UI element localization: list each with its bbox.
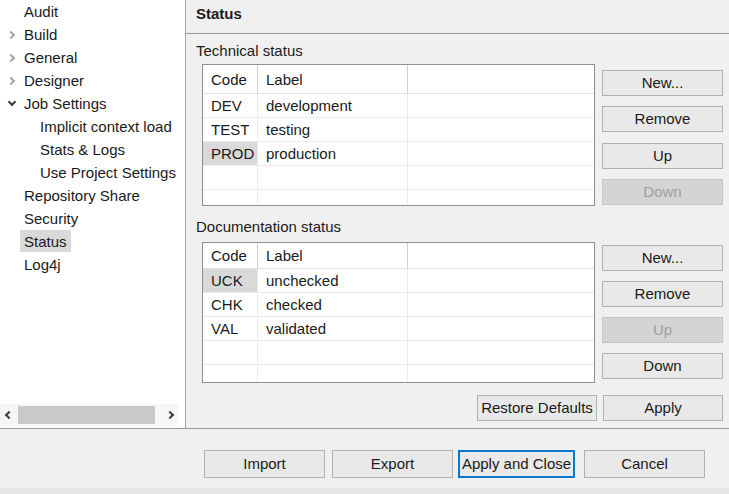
column-header-code: Code — [203, 65, 258, 93]
sidebar-item-status[interactable]: Status — [0, 230, 185, 253]
technical-remove-button[interactable]: Remove — [602, 106, 723, 132]
label-cell[interactable]: checked — [258, 293, 408, 316]
empty-cell — [408, 142, 594, 165]
table-row[interactable]: CHKchecked — [203, 293, 594, 317]
sidebar-item-use-project-settings[interactable]: Use Project Settings — [0, 161, 185, 184]
restore-defaults-button[interactable]: Restore Defaults — [477, 395, 597, 421]
empty-cell — [408, 269, 594, 292]
empty-cell — [408, 118, 594, 141]
technical-up-button[interactable]: Up — [602, 143, 723, 169]
column-header-empty — [408, 65, 594, 93]
sidebar-item-general[interactable]: General — [0, 46, 185, 69]
export-button[interactable]: Export — [332, 450, 453, 478]
sidebar-item-label: Stats & Logs — [36, 138, 129, 160]
label-cell[interactable]: development — [258, 94, 408, 117]
column-header-label: Label — [258, 65, 408, 93]
code-cell[interactable] — [203, 166, 258, 189]
sidebar-item-log4j[interactable]: Log4j — [0, 253, 185, 276]
empty-cell — [408, 317, 594, 340]
sidebar-item-job-settings[interactable]: Job Settings — [0, 92, 185, 115]
documentation-new-button[interactable]: New... — [602, 245, 723, 271]
status-settings-page: Status Technical statusCodeLabelDEVdevel… — [186, 0, 729, 428]
empty-cell — [408, 293, 594, 316]
horizontal-scrollbar[interactable] — [0, 404, 178, 426]
table-row[interactable]: VALvalidated — [203, 317, 594, 341]
sidebar-item-audit[interactable]: Audit — [0, 0, 185, 23]
code-cell[interactable]: UCK — [203, 269, 258, 292]
chevron-right-icon[interactable] — [5, 23, 19, 46]
apply-and-close-button[interactable]: Apply and Close — [458, 450, 575, 478]
page-title: Status — [196, 5, 242, 22]
chevron-right-icon[interactable] — [5, 46, 19, 69]
sidebar-item-label: Job Settings — [20, 92, 111, 114]
documentation-status-label: Documentation status — [196, 218, 341, 236]
technical-status-table: CodeLabelDEVdevelopmentTESTtestingPRODpr… — [202, 64, 595, 206]
table-row[interactable] — [203, 365, 594, 383]
settings-tree: AuditBuildGeneralDesignerJob SettingsImp… — [0, 0, 185, 400]
table-row[interactable]: UCKunchecked — [203, 269, 594, 293]
dialog-button-bar: ImportExportApply and CloseCancel — [0, 428, 729, 494]
code-cell[interactable]: DEV — [203, 94, 258, 117]
settings-tree-panel: AuditBuildGeneralDesignerJob SettingsImp… — [0, 0, 186, 428]
code-cell[interactable]: CHK — [203, 293, 258, 316]
sidebar-item-label: Use Project Settings — [36, 161, 180, 183]
documentation-remove-button[interactable]: Remove — [602, 281, 723, 307]
empty-cell — [408, 190, 594, 206]
technical-down-button: Down — [602, 179, 723, 205]
sidebar-item-repository-share[interactable]: Repository Share — [0, 184, 185, 207]
sidebar-item-label: Security — [20, 207, 82, 229]
empty-cell — [408, 94, 594, 117]
sidebar-item-label: Status — [20, 230, 71, 252]
label-cell[interactable] — [258, 365, 408, 383]
table-row[interactable] — [203, 166, 594, 190]
column-header-label: Label — [258, 243, 408, 268]
table-row[interactable]: TESTtesting — [203, 118, 594, 142]
title-separator — [186, 33, 729, 34]
column-header-empty — [408, 243, 594, 268]
technical-new-button[interactable]: New... — [602, 70, 723, 96]
scrollbar-thumb[interactable] — [18, 406, 155, 424]
import-button[interactable]: Import — [204, 450, 325, 478]
label-cell[interactable]: unchecked — [258, 269, 408, 292]
documentation-up-button: Up — [602, 317, 723, 343]
code-cell[interactable] — [203, 365, 258, 383]
sidebar-item-security[interactable]: Security — [0, 207, 185, 230]
empty-cell — [408, 166, 594, 189]
scroll-right-icon[interactable] — [161, 404, 178, 426]
label-cell[interactable] — [258, 166, 408, 189]
label-cell[interactable]: testing — [258, 118, 408, 141]
sidebar-item-build[interactable]: Build — [0, 23, 185, 46]
chevron-down-icon[interactable] — [5, 92, 19, 115]
sidebar-item-implicit-context-load[interactable]: Implicit context load — [0, 115, 185, 138]
cancel-button[interactable]: Cancel — [584, 450, 705, 478]
label-cell[interactable] — [258, 190, 408, 206]
code-cell[interactable] — [203, 341, 258, 364]
sidebar-item-label: Build — [20, 23, 61, 45]
code-cell[interactable]: VAL — [203, 317, 258, 340]
scroll-left-icon[interactable] — [0, 404, 17, 426]
label-cell[interactable]: production — [258, 142, 408, 165]
code-cell[interactable] — [203, 190, 258, 206]
apply-button[interactable]: Apply — [603, 395, 723, 421]
sidebar-item-designer[interactable]: Designer — [0, 69, 185, 92]
documentation-down-button[interactable]: Down — [602, 353, 723, 379]
label-cell[interactable] — [258, 341, 408, 364]
sidebar-item-label: Log4j — [20, 253, 65, 275]
sidebar-item-label: Implicit context load — [36, 115, 176, 137]
code-cell[interactable]: PROD — [203, 142, 258, 165]
table-row[interactable] — [203, 341, 594, 365]
sidebar-item-stats-logs[interactable]: Stats & Logs — [0, 138, 185, 161]
sidebar-item-label: General — [20, 46, 81, 68]
column-header-code: Code — [203, 243, 258, 268]
code-cell[interactable]: TEST — [203, 118, 258, 141]
technical-status-label: Technical status — [196, 42, 303, 60]
table-row[interactable] — [203, 190, 594, 206]
table-header-row: CodeLabel — [203, 65, 594, 94]
label-cell[interactable]: validated — [258, 317, 408, 340]
table-row[interactable]: DEVdevelopment — [203, 94, 594, 118]
empty-cell — [408, 341, 594, 364]
chevron-right-icon[interactable] — [5, 69, 19, 92]
documentation-status-table: CodeLabelUCKuncheckedCHKcheckedVALvalida… — [202, 242, 595, 383]
table-row[interactable]: PRODproduction — [203, 142, 594, 166]
empty-cell — [408, 365, 594, 383]
